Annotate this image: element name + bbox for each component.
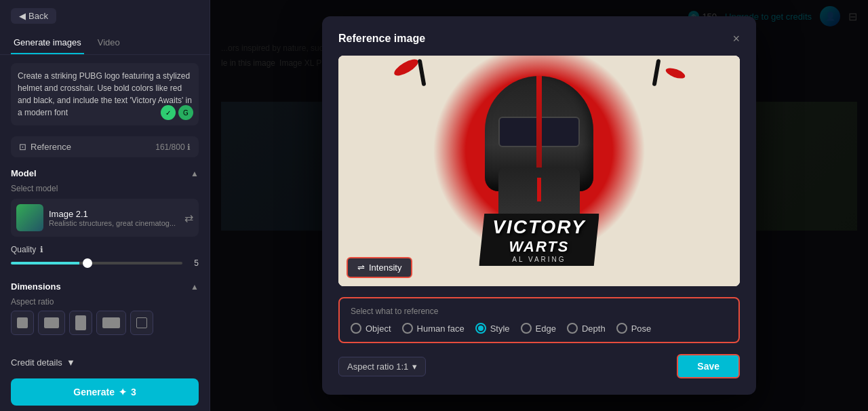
aspect-ratio-select[interactable]: Aspect ratio 1:1 ▾ (338, 357, 426, 376)
info-icon: ℹ (187, 142, 191, 152)
pubg-text-area: VICTORY WARTS AL VARING (479, 214, 599, 266)
prompt-area: Create a striking PUBG logo featuring a … (11, 63, 199, 125)
modal-close-button[interactable]: × (732, 33, 740, 45)
sidebar: ◀ Back Generate images Video Create a st… (0, 0, 210, 411)
aspect-box-custom (136, 317, 147, 328)
aspect-ratio-label: Aspect ratio (11, 297, 199, 307)
radio-item-human-face[interactable]: Human face (402, 323, 465, 334)
modal-image-container: VICTORY WARTS AL VARING ⇌ Intensity (338, 56, 740, 286)
reference-icon: ⊡ (19, 142, 26, 152)
quality-row: Quality ℹ (0, 239, 210, 257)
dimensions-chevron-icon: ▲ (191, 282, 199, 292)
radio-item-pose[interactable]: Pose (616, 323, 652, 334)
quality-value: 5 (188, 258, 199, 268)
radio-depth[interactable] (567, 323, 578, 334)
credit-details-row[interactable]: Credit details ▼ (0, 352, 210, 373)
prompt-icon-2: G (178, 105, 193, 120)
radio-item-depth[interactable]: Depth (567, 323, 606, 334)
radio-object[interactable] (351, 323, 361, 334)
aspect-btn-2[interactable] (38, 311, 65, 335)
quality-info-icon: ℹ (40, 245, 43, 254)
modal-bottom-row: Aspect ratio 1:1 ▾ Save (338, 354, 740, 378)
radio-edge[interactable] (521, 323, 532, 334)
radio-pose[interactable] (616, 323, 627, 334)
model-thumbnail (16, 204, 43, 231)
main-content: ⊕ 150 Upgrade to get credits 👤 ⊟ ...ors … (210, 0, 868, 411)
sliders-icon: ⇌ (357, 262, 365, 273)
sidebar-tabs: Generate images Video (0, 32, 210, 55)
prompt-icon-1: ✓ (161, 105, 176, 120)
aspect-box-square (17, 317, 28, 328)
model-section-title: Model ▲ (0, 160, 210, 181)
modal-overlay: Reference image × (210, 0, 868, 411)
mask-stripe (537, 178, 541, 201)
radio-style[interactable] (475, 323, 486, 334)
generate-button[interactable]: Generate ✦ 3 (11, 378, 199, 406)
radio-object-label: Object (366, 324, 391, 334)
back-button[interactable]: ◀ Back (11, 8, 56, 24)
sparkle-icon: ✦ (119, 387, 127, 397)
model-info: Image 2.1 Realistic structures, great ci… (49, 209, 179, 227)
radio-item-style[interactable]: Style (475, 323, 510, 334)
model-swap-icon: ⇄ (184, 212, 193, 224)
reference-image-modal: Reference image × (322, 16, 756, 395)
reference-label: ⊡ Reference (19, 142, 71, 152)
credit-chevron-icon: ▼ (66, 357, 75, 368)
aspect-options (11, 311, 199, 335)
reference-options-container: Select what to reference Object Human fa… (338, 297, 740, 343)
radio-depth-label: Depth (582, 324, 606, 334)
radio-style-label: Style (490, 324, 510, 334)
select-what-label: Select what to reference (351, 307, 728, 316)
aspect-btn-5[interactable] (130, 311, 153, 335)
quality-slider[interactable] (11, 262, 182, 265)
model-name: Image 2.1 (49, 209, 179, 219)
victory-banner: VICTORY WARTS AL VARING (479, 214, 599, 266)
quality-slider-row: 5 (0, 257, 210, 273)
model-card[interactable]: Image 2.1 Realistic structures, great ci… (11, 199, 199, 237)
model-select-label: Select model (0, 181, 210, 196)
aspect-btn-3[interactable] (69, 311, 92, 335)
aspect-box-portrait (75, 315, 86, 330)
aspect-box-wide (102, 317, 120, 328)
pubg-image: VICTORY WARTS AL VARING (338, 56, 740, 286)
modal-title: Reference image (338, 33, 425, 45)
tab-video[interactable]: Video (95, 32, 123, 54)
chevron-up-icon: ▲ (191, 169, 199, 178)
reference-bar[interactable]: ⊡ Reference 161/800 ℹ (11, 136, 199, 157)
aspect-box-landscape (44, 317, 59, 328)
chevron-down-icon: ▾ (412, 361, 417, 372)
model-desc: Realistic structures, great cinematog... (49, 219, 179, 227)
aspect-btn-4[interactable] (96, 311, 126, 335)
tab-generate-images[interactable]: Generate images (11, 32, 84, 54)
intensity-button[interactable]: ⇌ Intensity (347, 257, 412, 278)
radio-item-edge[interactable]: Edge (521, 323, 556, 334)
prompt-icons: ✓ G (161, 105, 193, 120)
radio-human-face-label: Human face (417, 324, 465, 334)
sidebar-header: ◀ Back (0, 0, 210, 32)
dimensions-section-title: Dimensions ▲ (0, 273, 210, 294)
reference-count: 161/800 ℹ (155, 142, 191, 152)
dimensions-section: Aspect ratio (0, 294, 210, 340)
reference-radio-group: Object Human face Style Edge (351, 323, 728, 334)
modal-header: Reference image × (338, 33, 740, 45)
aspect-btn-1[interactable] (11, 311, 34, 335)
radio-human-face[interactable] (402, 323, 413, 334)
back-label: Back (28, 11, 48, 21)
radio-item-object[interactable]: Object (351, 323, 391, 334)
save-button[interactable]: Save (677, 354, 740, 378)
radio-pose-label: Pose (631, 324, 652, 334)
radio-edge-label: Edge (536, 324, 556, 334)
back-icon: ◀ (19, 11, 26, 21)
